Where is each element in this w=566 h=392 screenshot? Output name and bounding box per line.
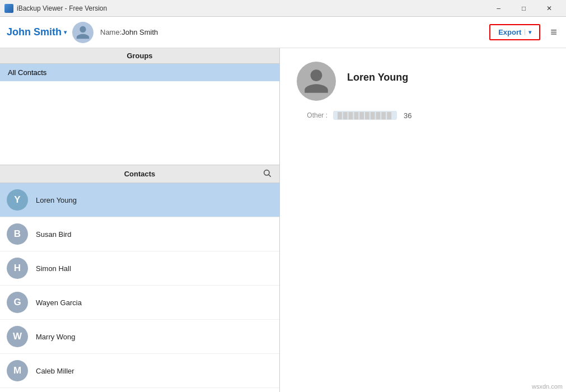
contact-avatar: B: [7, 223, 28, 245]
contact-avatar: H: [7, 258, 28, 279]
user-name-button[interactable]: John Smith ▾: [7, 26, 67, 38]
user-name-label: John Smith: [7, 26, 62, 38]
contact-item-caleb-miller[interactable]: M Caleb Miller: [0, 354, 279, 388]
field-label-other: Other :: [297, 111, 328, 119]
avatar-icon: [75, 25, 91, 40]
name-label: Name:: [100, 28, 121, 36]
contact-avatar: G: [7, 292, 28, 313]
avatar: [72, 22, 93, 43]
contact-avatar: Y: [7, 189, 28, 211]
detail-fields: Other : ██████████ 36: [297, 111, 549, 120]
contact-name: Caleb Miller: [36, 367, 74, 375]
header-name-value: John Smith: [121, 28, 158, 36]
contact-detail-header: Loren Young: [297, 62, 549, 101]
groups-list: All Contacts: [0, 64, 279, 165]
contact-item-carlos-smith[interactable]: S Carlos Smith: [0, 388, 279, 392]
close-button[interactable]: ✕: [536, 0, 562, 17]
title-bar: iBackup Viewer - Free Version – □ ✕: [0, 0, 566, 17]
contact-avatar: W: [7, 326, 28, 347]
watermark: wsxdn.com: [532, 383, 563, 390]
contact-item-susan-bird[interactable]: B Susan Bird: [0, 217, 279, 251]
contact-name: Wayen Garcia: [36, 298, 82, 307]
groups-section: Groups All Contacts: [0, 48, 279, 165]
svg-line-1: [269, 175, 271, 177]
export-button[interactable]: Export ▾: [489, 24, 540, 40]
contact-item-simon-hall[interactable]: H Simon Hall: [0, 251, 279, 286]
contact-item-wayen-garcia[interactable]: G Wayen Garcia: [0, 286, 279, 320]
right-panel: Loren Young Other : ██████████ 36: [280, 48, 566, 392]
title-bar-controls: – □ ✕: [486, 0, 562, 17]
contact-item-loren-young[interactable]: Y Loren Young: [0, 183, 279, 217]
user-dropdown-chevron: ▾: [64, 29, 67, 35]
contact-item-marry-wong[interactable]: W Marry Wong: [0, 320, 279, 354]
export-label: Export: [498, 28, 521, 36]
left-panel: Groups All Contacts Contacts: [0, 48, 280, 392]
contact-name: Loren Young: [36, 196, 77, 204]
app-icon: [4, 4, 13, 13]
contacts-section-header: Contacts: [0, 165, 279, 183]
field-value-suffix: 36: [404, 111, 411, 120]
minimize-button[interactable]: –: [486, 0, 511, 17]
main-content: Groups All Contacts Contacts: [0, 48, 566, 392]
contacts-list[interactable]: Y Loren Young B Susan Bird H Simon Hall …: [0, 183, 279, 392]
maximize-button[interactable]: □: [511, 0, 536, 17]
groups-section-header: Groups: [0, 48, 279, 64]
contact-name: Marry Wong: [36, 333, 76, 341]
detail-avatar: [297, 62, 336, 101]
contacts-header-title: Contacts: [18, 170, 261, 178]
title-bar-text: iBackup Viewer - Free Version: [17, 4, 486, 12]
export-dropdown-arrow: ▾: [525, 29, 531, 35]
search-button[interactable]: [261, 169, 273, 179]
search-icon: [263, 169, 272, 178]
hamburger-menu-button[interactable]: ≡: [548, 26, 559, 39]
group-item-all-contacts[interactable]: All Contacts: [0, 64, 279, 81]
contact-avatar: M: [7, 360, 28, 381]
detail-name-area: Loren Young: [347, 62, 408, 83]
detail-avatar-icon: [302, 67, 331, 96]
contact-name: Simon Hall: [36, 264, 71, 273]
contacts-section: Contacts Y Loren Young B Susan Bird: [0, 165, 279, 392]
svg-point-0: [264, 170, 269, 175]
contact-name: Susan Bird: [36, 230, 72, 239]
app-header: John Smith ▾ Name: John Smith Export ▾ ≡: [0, 17, 566, 48]
detail-name: Loren Young: [347, 72, 408, 83]
field-value-blurred: ██████████: [333, 111, 397, 120]
detail-field-other: Other : ██████████ 36: [297, 111, 549, 120]
